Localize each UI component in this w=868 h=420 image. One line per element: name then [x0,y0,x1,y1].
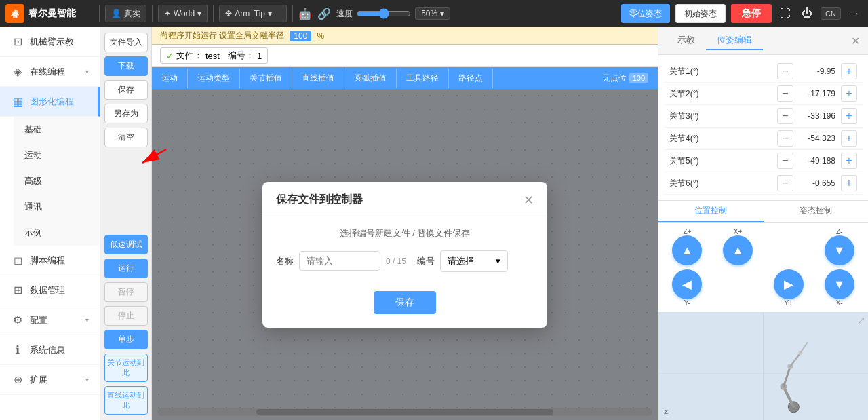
header-sep [99,5,100,22]
sidebar-item-config[interactable]: ⚙ 配置 ▾ [0,305,100,335]
z-plus-button[interactable]: ▲ [672,235,702,265]
chevron-online-icon: ▾ [85,68,89,75]
y-plus-group: ▶ Y+ [774,269,804,307]
name-input[interactable] [299,251,380,271]
joint-row-2: 关节2(°) − -17.179 + [664,83,863,105]
clear-button[interactable]: 清空 [104,128,148,147]
num-label: 编号： [228,50,254,62]
prog-tab-arc[interactable]: 圆弧插值 [344,69,397,88]
stop-button[interactable]: 停止 [104,306,148,326]
chevron-down-speed-icon: ▾ [440,9,444,18]
modal-close-button[interactable]: ✕ [524,193,534,208]
joint-row-1: 关节1(°) − -9.95 + [664,60,863,83]
joint-1-plus[interactable]: + [841,63,857,79]
joint-3-plus[interactable]: + [841,108,857,124]
joint-4-minus[interactable]: − [777,130,793,147]
joint-4-value: -54.323 [793,134,841,143]
right-panel-close-button[interactable]: ✕ [851,35,860,47]
sidebar-sub-comm[interactable]: 通讯 [14,194,100,220]
sidebar-item-online[interactable]: ◈ 在线编程 ▾ [0,57,100,87]
logout-button[interactable]: → [846,5,863,22]
prog-tab-path[interactable]: 路径点 [449,69,493,88]
sysinfo-icon: ℹ [11,343,24,356]
y-minus-button[interactable]: ◀ [672,269,702,299]
main-layout: ⊡ 机械臂示教 ◈ 在线编程 ▾ ▦ 图形化编程 基础 运动 高级 通讯 [0,27,868,420]
modal-overlay: 保存文件到控制器 ✕ 选择编号新建文件 / 替换文件保存 名称 0 / 15 [152,89,658,420]
z-minus-group: Z- ▼ [825,228,854,265]
modal-subtitle: 选择编号新建文件 / 替换文件保存 [276,227,534,240]
world-selector[interactable]: ✦ World ▾ [158,5,208,22]
svg-text:睿: 睿 [11,9,20,19]
speed-slider[interactable] [357,8,411,19]
num-select[interactable]: 请选择 ▾ [440,250,508,272]
x-plus-button[interactable]: ▲ [723,235,753,265]
right-tab-pose[interactable]: 位姿编辑 [706,31,763,50]
prog-tab-tool[interactable]: 工具路径 [397,69,449,88]
run-button[interactable]: 运行 [104,259,148,278]
joint-row-4: 关节4(°) − -54.323 + [664,128,863,150]
joint-3-name: 关节3(°) [669,111,777,122]
sidebar-item-script[interactable]: ◻ 脚本编程 [0,246,100,275]
joint-3-minus[interactable]: − [777,108,793,124]
joint-5-minus[interactable]: − [777,153,793,169]
init-pose-button[interactable]: 初始姿态 [675,4,726,23]
mode-selector[interactable]: 👤 真实 [105,5,146,22]
sidebar-sub-basic[interactable]: 基础 [14,117,100,142]
sidebar-item-extend[interactable]: ⊕ 扩展 ▾ [0,365,100,395]
single-step-button[interactable]: 单步 [104,330,148,349]
position-control-tab[interactable]: 位置控制 [658,201,764,222]
linear-tab-label: 直线插值 [302,73,334,84]
no-point-button[interactable]: 无点位 100 [593,69,658,88]
prog-tab-motion[interactable]: 运动 [152,69,188,88]
prog-tab-linear[interactable]: 直线插值 [292,69,344,88]
view3d-icon[interactable]: ⤢ [857,315,865,326]
joint-4-name: 关节4(°) [669,133,777,145]
modal-box: 保存文件到控制器 ✕ 选择编号新建文件 / 替换文件保存 名称 0 / 15 [262,182,547,328]
emergency-stop-button[interactable]: 急停 [731,4,772,23]
sidebar-sub-motion[interactable]: 运动 [14,142,100,168]
joint-1-minus[interactable]: − [777,63,793,79]
modal-save-button[interactable]: 保存 [374,291,436,314]
arm-selector[interactable]: ✤ Arm_Tip ▾ [219,5,287,22]
joint-6-minus[interactable]: − [777,175,793,191]
joint-6-plus[interactable]: + [841,175,857,191]
language-selector[interactable]: CN [821,7,841,20]
person-icon: 👤 [111,9,121,18]
joint-2-plus[interactable]: + [841,85,857,102]
pause-button[interactable]: 暂停 [104,282,148,302]
chevron-num-icon: ▾ [496,256,500,266]
joint-2-minus[interactable]: − [777,85,793,102]
x-minus-label: X- [836,299,843,307]
joint-motion-button[interactable]: 关节运动到此 [104,354,148,382]
right-tab-teach[interactable]: 示教 [667,31,706,50]
sidebar-sub-advanced[interactable]: 高级 [14,168,100,194]
save-as-button[interactable]: 另存为 [104,104,148,123]
file-import-button[interactable]: 文件导入 [104,33,148,52]
linear-motion-button[interactable]: 直线运动到此 [104,386,148,415]
sidebar-item-data[interactable]: ⊞ 数据管理 [0,275,100,305]
low-speed-test-button[interactable]: 低速调试 [104,235,148,254]
z-minus-button[interactable]: ▼ [825,235,854,265]
check-icon: ✓ [166,51,174,61]
sidebar-item-graphic[interactable]: ▦ 图形化编程 [0,87,100,117]
joint-5-plus[interactable]: + [841,153,857,169]
canvas-area: 保存文件到控制器 ✕ 选择编号新建文件 / 替换文件保存 名称 0 / 15 [152,89,658,420]
save-button[interactable]: 保存 [104,80,148,100]
sidebar-item-sysinfo[interactable]: ℹ 系统信息 [0,335,100,365]
fullscreen-button[interactable]: ⛶ [777,5,793,22]
zero-pose-button[interactable]: 零位姿态 [621,4,670,23]
sidebar-label-config: 配置 [30,314,47,326]
power-button[interactable]: ⏻ [799,5,815,22]
prog-tab-joint[interactable]: 关节插值 [240,69,292,88]
prog-tab-type[interactable]: 运动类型 [188,69,240,88]
x-minus-button[interactable]: ▼ [825,269,854,299]
chevron-down-icon: ▾ [197,9,201,18]
speed-value-display[interactable]: 50% ▾ [415,7,450,20]
sidebar-item-teach[interactable]: ⊡ 机械臂示教 [0,27,100,57]
sidebar-sub-example[interactable]: 示例 [14,220,100,246]
joint-4-plus[interactable]: + [841,130,857,147]
download-button[interactable]: 下载 [104,56,148,76]
y-plus-button[interactable]: ▶ [774,269,804,299]
pose-control-tab[interactable]: 姿态控制 [764,201,869,222]
joint-row-5: 关节5(°) − -49.188 + [664,150,863,172]
